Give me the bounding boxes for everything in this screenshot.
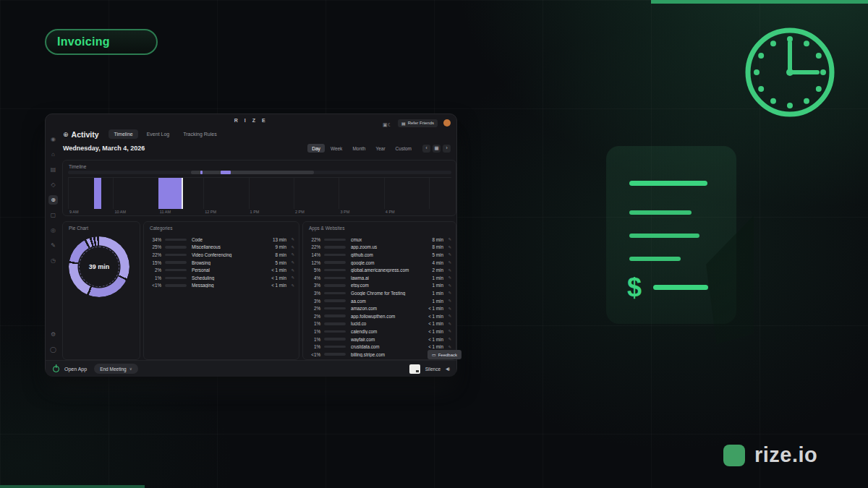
app-name: lawma.ai — [351, 275, 425, 281]
edit-icon[interactable]: ✎ — [286, 237, 294, 241]
invoice-line — [629, 257, 681, 261]
Personal[interactable]: 2% Personal < 1 min ✎ — [150, 266, 294, 274]
help-icon[interactable]: ◯ — [48, 345, 58, 354]
minimap-activity-segment — [221, 171, 231, 174]
tab[interactable]: Event Log — [142, 129, 175, 139]
power-icon[interactable] — [53, 366, 59, 372]
app-name: crustdata.com — [351, 344, 425, 349]
open-app-button[interactable]: Open App — [64, 367, 87, 372]
Video Conferencing[interactable]: 22% Video Conferencing 8 min ✎ — [150, 251, 294, 259]
timeline-panel: Timeline 9 AM10 AM11 AM12 PM1 PM2 PM3 PM… — [62, 160, 456, 216]
app-percent: 12% — [309, 260, 320, 265]
edit-icon[interactable]: ✎ — [443, 252, 451, 257]
bottom-toolbar: Open App End Meeting ∨ Silence ◀)) — [46, 360, 456, 377]
user-icon[interactable]: ◉ — [48, 134, 58, 144]
edit-icon[interactable]: ✎ — [443, 337, 451, 341]
window-titlebar[interactable]: R I Z E ▣☾ ▤ Refer Friends — [46, 114, 456, 127]
wayfair.com[interactable]: 1% wayfair.com < 1 min ✎ — [309, 335, 451, 343]
page-title: Activity — [72, 130, 99, 139]
screenshot-thumbnail[interactable] — [409, 364, 420, 374]
Scheduling[interactable]: 1% Scheduling < 1 min ✎ — [150, 274, 294, 282]
range-tab[interactable]: Month — [348, 144, 370, 153]
range-tab[interactable]: Week — [326, 144, 347, 153]
app-name: calendly.com — [351, 329, 425, 334]
avatar[interactable] — [443, 119, 451, 127]
theme-icon[interactable]: ☾ — [388, 122, 392, 127]
edit-icon[interactable]: ✎ — [443, 307, 451, 311]
range-tab[interactable]: Custom — [391, 144, 416, 153]
Google Chrome for Testing[interactable]: 3% Google Chrome for Testing 1 min ✎ — [309, 289, 451, 297]
app-name: app.zoom.us — [351, 244, 425, 249]
silence-button[interactable]: Silence — [425, 367, 441, 372]
app.followupthen.com[interactable]: 2% app.followupthen.com < 1 min ✎ — [309, 312, 451, 320]
edit-icon[interactable]: ✎ — [443, 268, 451, 273]
timeline-minimap[interactable] — [68, 171, 451, 174]
edit-icon[interactable]: ✎ — [443, 275, 451, 280]
range-tab[interactable]: Day — [307, 144, 325, 153]
edit-icon[interactable]: ✎ — [443, 314, 451, 318]
Miscellaneous[interactable]: 25% Miscellaneous 9 min ✎ — [150, 244, 294, 252]
category-percent: 15% — [150, 260, 161, 265]
Code[interactable]: 34% Code 13 min ✎ — [150, 236, 294, 244]
github.com[interactable]: 14% github.com 5 min ✎ — [309, 251, 451, 259]
edit-icon[interactable]: ✎ — [443, 329, 451, 333]
hour-gridline — [339, 178, 339, 209]
google.com[interactable]: 12% google.com 4 min ✎ — [309, 259, 451, 267]
projects-icon[interactable]: ▢ — [48, 210, 58, 220]
tab[interactable]: Timeline — [109, 129, 137, 139]
focus-icon[interactable]: ◇ — [48, 180, 58, 189]
feedback-button[interactable]: ▭ Feedback — [427, 350, 461, 359]
lawma.ai[interactable]: 4% lawma.ai 1 min ✎ — [309, 274, 451, 282]
calendly.com[interactable]: 1% calendly.com < 1 min ✎ — [309, 328, 451, 335]
speaker-icon[interactable]: ◀)) — [446, 367, 449, 371]
history-icon[interactable]: ◷ — [48, 256, 58, 265]
Messaging[interactable]: <1% Messaging < 1 min ✎ — [150, 282, 294, 290]
Browsing[interactable]: 15% Browsing 5 min ✎ — [150, 259, 294, 267]
app.zoom.us[interactable]: 22% app.zoom.us 8 min ✎ — [309, 244, 451, 252]
edit-icon[interactable]: ✎ — [286, 260, 294, 265]
home-icon[interactable]: ⌂ — [48, 150, 58, 159]
edit-icon[interactable]: ✎ — [443, 245, 451, 249]
hour-gridline — [429, 178, 430, 209]
timeline-activity-bar[interactable] — [94, 178, 101, 209]
aa.com[interactable]: 3% aa.com 1 min ✎ — [309, 297, 451, 305]
etsy.com[interactable]: 3% etsy.com 1 min ✎ — [309, 282, 451, 290]
cmux[interactable]: 22% cmux 8 min ✎ — [309, 236, 451, 244]
edit-icon[interactable]: ✎ — [286, 252, 294, 257]
edit-icon[interactable]: ✎ — [443, 299, 451, 303]
edit-icon[interactable]: ✎ — [286, 275, 294, 280]
edit-icon[interactable]: ✎ — [286, 245, 294, 249]
journal-icon[interactable]: ✎ — [48, 241, 58, 250]
edit-icon[interactable]: ✎ — [443, 260, 451, 265]
prev-day-button[interactable]: ‹ — [422, 145, 430, 153]
app-name: google.com — [351, 260, 425, 265]
edit-icon[interactable]: ✎ — [443, 283, 451, 288]
global.americanexpress.com[interactable]: 5% global.americanexpress.com 2 min ✎ — [309, 266, 451, 274]
minimap-thumb[interactable] — [191, 171, 314, 174]
settings-icon[interactable]: ⚙ — [48, 330, 58, 339]
amazon.com[interactable]: 2% amazon.com < 1 min ✎ — [309, 304, 451, 312]
edit-icon[interactable]: ✎ — [286, 268, 294, 273]
edit-icon[interactable]: ✎ — [443, 322, 451, 326]
edit-icon[interactable]: ✎ — [443, 345, 451, 349]
timeline-chart[interactable] — [68, 177, 451, 209]
edit-icon[interactable]: ✎ — [286, 283, 294, 288]
refer-friends-button[interactable]: ▤ Refer Friends — [398, 119, 438, 127]
timeline-activity-bar[interactable] — [158, 178, 182, 209]
hour-label: 9 AM — [69, 210, 79, 214]
lucid.co[interactable]: 1% lucid.co < 1 min ✎ — [309, 320, 451, 328]
end-meeting-button[interactable]: End Meeting ∨ — [94, 364, 138, 374]
schedule-icon[interactable]: ▤ — [48, 165, 58, 174]
edit-icon[interactable]: ✎ — [443, 237, 451, 241]
next-day-button[interactable]: › — [443, 145, 451, 153]
goals-icon[interactable]: ◎ — [48, 226, 58, 235]
edit-icon[interactable]: ✎ — [443, 291, 451, 295]
calendar-icon[interactable]: ▦ — [433, 145, 441, 153]
gift-icon[interactable]: ▣ — [383, 122, 388, 127]
tab[interactable]: Tracking Rules — [178, 129, 221, 139]
app-percent: 2% — [309, 306, 320, 311]
activity-icon[interactable]: ⊕ — [48, 195, 58, 205]
app-time: 1 min — [425, 299, 443, 304]
hour-label: 12 PM — [205, 210, 216, 214]
range-tab[interactable]: Year — [371, 144, 389, 153]
